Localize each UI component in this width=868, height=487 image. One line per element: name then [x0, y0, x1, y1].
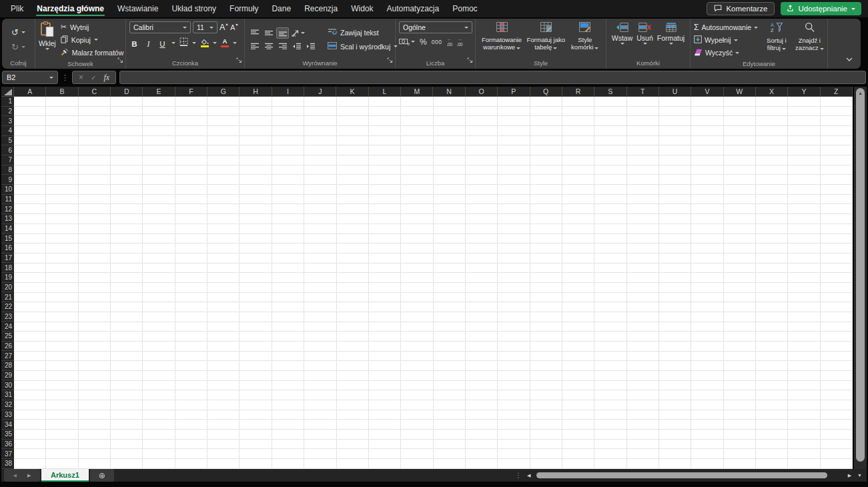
wrap-text-button[interactable]: Zawijaj tekst	[328, 27, 398, 38]
column-header-F[interactable]: F	[175, 87, 207, 96]
tab-formuly[interactable]: Formuły	[223, 0, 265, 17]
align-top-button[interactable]	[248, 27, 261, 39]
accounting-dropdown-icon[interactable]	[411, 41, 415, 43]
format-cells-button[interactable]: Formatuj	[657, 23, 685, 45]
horizontal-scrollbar-track[interactable]	[534, 469, 844, 482]
row-header-30[interactable]: 30	[1, 380, 14, 390]
column-header-A[interactable]: A	[14, 87, 46, 96]
row-header-36[interactable]: 36	[1, 440, 14, 450]
insert-cells-button[interactable]: Wstaw	[612, 23, 633, 45]
cell-styles-dropdown-icon[interactable]	[594, 47, 598, 49]
redo-button[interactable]: ↻	[11, 41, 25, 53]
column-header-M[interactable]: M	[401, 87, 433, 96]
column-header-J[interactable]: J	[304, 87, 336, 96]
delete-cells-dropdown-icon[interactable]	[643, 43, 647, 45]
row-header-5[interactable]: 5	[1, 136, 14, 146]
bold-button[interactable]: B	[129, 37, 139, 48]
align-middle-button[interactable]	[262, 27, 275, 39]
align-left-button[interactable]	[248, 41, 261, 52]
fill-dropdown-icon[interactable]	[734, 39, 738, 41]
align-center-button[interactable]	[262, 41, 275, 52]
column-header-C[interactable]: C	[79, 87, 111, 96]
row-header-38[interactable]: 38	[1, 459, 14, 469]
column-header-Q[interactable]: Q	[530, 87, 562, 96]
comma-style-button[interactable]: 000	[432, 39, 442, 45]
row-header-13[interactable]: 13	[1, 214, 14, 224]
column-header-K[interactable]: K	[336, 87, 368, 96]
collapse-ribbon-button[interactable]	[846, 52, 853, 64]
row-header-18[interactable]: 18	[1, 263, 14, 273]
tab-narzedzia-glowne[interactable]: Narzędzia główne	[30, 0, 111, 17]
font-color-button[interactable]: A	[221, 38, 229, 47]
scroll-right-icon[interactable]: ▶	[848, 473, 851, 478]
enter-icon[interactable]: ✓	[91, 74, 96, 81]
row-header-29[interactable]: 29	[1, 371, 14, 381]
fill-button[interactable]: Wypełnij	[694, 35, 758, 45]
column-header-D[interactable]: D	[111, 87, 143, 96]
accounting-format-button[interactable]	[399, 38, 415, 45]
row-header-7[interactable]: 7	[1, 155, 14, 165]
merge-center-button[interactable]: Scal i wyśrodkuj	[328, 41, 398, 52]
column-header-L[interactable]: L	[369, 87, 401, 96]
autosum-dropdown-icon[interactable]	[754, 27, 758, 29]
shrink-font-button[interactable]: A	[230, 23, 238, 31]
conditional-formatting-dropdown-icon[interactable]	[516, 47, 520, 49]
borders-button[interactable]	[179, 37, 188, 49]
percent-style-button[interactable]: %	[420, 37, 427, 47]
column-header-Z[interactable]: Z	[821, 87, 853, 96]
next-sheet-icon[interactable]: ▶	[27, 473, 31, 478]
find-select-dropdown-icon[interactable]	[820, 48, 824, 50]
new-sheet-button[interactable]: ⊕	[90, 469, 114, 482]
row-header-6[interactable]: 6	[1, 145, 14, 155]
column-header-U[interactable]: U	[659, 87, 691, 96]
borders-dropdown-icon[interactable]	[192, 42, 196, 44]
row-header-2[interactable]: 2	[1, 107, 14, 117]
sheet-tab-arkusz1[interactable]: Arkusz1	[41, 469, 89, 482]
row-header-26[interactable]: 26	[1, 342, 14, 352]
align-right-button[interactable]	[276, 41, 289, 52]
row-header-23[interactable]: 23	[1, 312, 14, 322]
font-size-dropdown-icon[interactable]	[209, 27, 213, 29]
tab-dane[interactable]: Dane	[265, 0, 298, 17]
column-header-N[interactable]: N	[433, 87, 465, 96]
delete-cells-button[interactable]: Usuń	[636, 23, 653, 45]
column-header-T[interactable]: T	[627, 87, 659, 96]
prev-sheet-icon[interactable]: ◀	[13, 473, 17, 478]
cut-button[interactable]: ✂ Wytnij	[61, 21, 124, 33]
sort-filter-button[interactable]: AZ Sortuj i filtruj	[763, 22, 790, 52]
increase-indent-button[interactable]	[304, 41, 317, 52]
column-header-W[interactable]: W	[724, 87, 756, 96]
row-header-4[interactable]: 4	[1, 126, 14, 136]
autosum-button[interactable]: Σ Autosumowanie	[694, 22, 758, 33]
column-header-R[interactable]: R	[562, 87, 594, 96]
row-header-31[interactable]: 31	[1, 390, 14, 400]
tab-wstawianie[interactable]: Wstawianie	[111, 0, 165, 17]
column-header-B[interactable]: B	[46, 87, 78, 96]
horizontal-scrollbar[interactable]: ◀ ▶	[527, 469, 851, 482]
row-header-35[interactable]: 35	[1, 430, 14, 440]
sort-filter-dropdown-icon[interactable]	[782, 48, 786, 50]
spreadsheet-cells[interactable]	[14, 97, 853, 469]
row-header-34[interactable]: 34	[1, 420, 14, 430]
fill-color-button[interactable]	[200, 39, 209, 47]
row-header-11[interactable]: 11	[1, 195, 14, 205]
select-all-corner[interactable]	[1, 87, 14, 97]
row-header-19[interactable]: 19	[1, 273, 14, 283]
column-header-G[interactable]: G	[207, 87, 240, 96]
format-painter-button[interactable]: Malarz formatów	[61, 47, 124, 58]
cancel-icon[interactable]: ×	[79, 73, 83, 82]
decrease-indent-button[interactable]	[290, 41, 303, 52]
tab-uklad-strony[interactable]: Układ strony	[165, 0, 223, 17]
align-bottom-button[interactable]	[276, 27, 289, 39]
vertical-scrollbar-thumb[interactable]: ▲	[856, 88, 865, 462]
row-header-9[interactable]: 9	[1, 175, 14, 185]
row-header-16[interactable]: 16	[1, 244, 14, 254]
clipboard-dialog-launcher[interactable]	[117, 54, 123, 66]
row-header-1[interactable]: 1	[1, 97, 14, 107]
underline-dropdown-icon[interactable]	[171, 42, 175, 44]
formula-input[interactable]	[119, 71, 866, 84]
row-header-3[interactable]: 3	[1, 116, 14, 126]
font-name-dropdown-icon[interactable]	[183, 27, 187, 29]
column-header-P[interactable]: P	[498, 87, 530, 96]
vertical-scrollbar[interactable]: ▲	[854, 87, 867, 469]
